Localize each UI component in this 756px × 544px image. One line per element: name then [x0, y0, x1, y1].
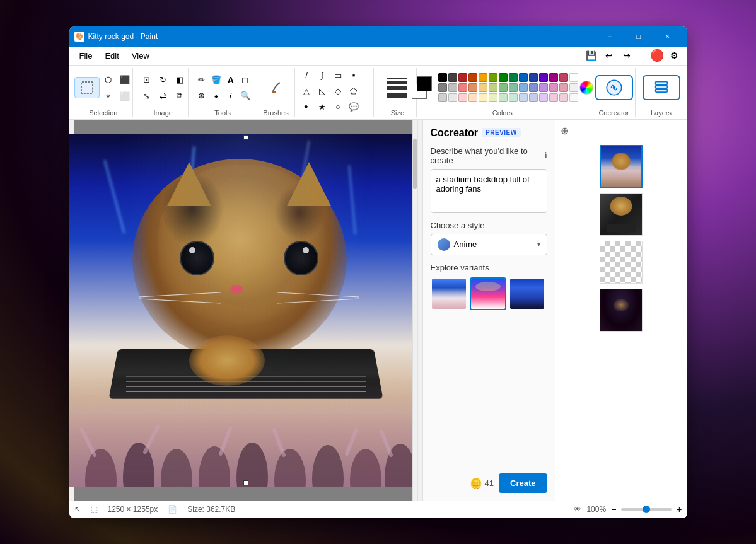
- redo-icon-button[interactable]: ↪: [619, 48, 634, 63]
- text-tool[interactable]: A: [223, 72, 238, 88]
- color-picker-button[interactable]: [579, 81, 593, 95]
- flip-button[interactable]: ⇄: [156, 88, 171, 103]
- handle-bc[interactable]: [243, 480, 248, 485]
- color-light-indigo[interactable]: [529, 83, 538, 92]
- color-yellow-green[interactable]: [489, 73, 497, 82]
- color-light-purple[interactable]: [539, 83, 548, 92]
- color-r3-5[interactable]: [479, 93, 487, 102]
- canvas-image[interactable]: [69, 134, 417, 487]
- minimize-button[interactable]: −: [595, 26, 624, 47]
- color-orange[interactable]: [479, 73, 487, 82]
- invert-button[interactable]: ⬛: [117, 72, 132, 87]
- eraser-tool[interactable]: ◻: [238, 72, 253, 88]
- layer-item-2[interactable]: [600, 193, 643, 236]
- star4-tool[interactable]: ✦: [299, 100, 314, 115]
- layers-ribbon-button[interactable]: [643, 75, 680, 100]
- pencil-tool[interactable]: ✏: [194, 72, 209, 88]
- active-colors[interactable]: [412, 76, 434, 99]
- fill-tool[interactable]: 🪣: [209, 72, 224, 88]
- line-tool[interactable]: /: [299, 68, 314, 83]
- layer-item-1[interactable]: [600, 145, 643, 188]
- color-r3-1[interactable]: [438, 93, 447, 102]
- canvas-area[interactable]: [69, 120, 417, 501]
- scroll-thumb[interactable]: [413, 139, 417, 189]
- color-light-orange[interactable]: [468, 83, 477, 92]
- color-r3-13[interactable]: [559, 93, 568, 102]
- menu-file[interactable]: File: [74, 49, 98, 63]
- color-light-magenta[interactable]: [549, 83, 558, 92]
- color-green[interactable]: [499, 73, 508, 82]
- color-r3-3[interactable]: [458, 93, 467, 102]
- add-layer-icon[interactable]: ⊕: [561, 125, 569, 137]
- ellipse-tool[interactable]: ○: [330, 100, 346, 115]
- color-blue[interactable]: [519, 73, 528, 82]
- color-r3-6[interactable]: [489, 93, 497, 102]
- color-pink-red[interactable]: [559, 73, 568, 82]
- cocreator-ribbon-button[interactable]: [595, 75, 633, 100]
- crop-button[interactable]: ⊡: [139, 72, 154, 87]
- remove-bg-button[interactable]: ⧉: [172, 88, 187, 103]
- prompt-textarea[interactable]: a stadium backdrop full of adoring fans: [431, 169, 547, 213]
- layer-item-3[interactable]: [600, 241, 643, 284]
- rect2-tool[interactable]: ▪: [346, 68, 361, 83]
- color-dark-gray[interactable]: [448, 73, 457, 82]
- color-r3-11[interactable]: [539, 93, 548, 102]
- color-r3-4[interactable]: [468, 93, 477, 102]
- color-r3-14[interactable]: [569, 93, 578, 102]
- color-light-gray[interactable]: [448, 83, 457, 92]
- zoom-in-button[interactable]: +: [677, 504, 682, 514]
- profile-button[interactable]: 🔴: [649, 48, 665, 63]
- star5-tool[interactable]: ★: [315, 100, 330, 115]
- adjust-button[interactable]: ◧: [172, 72, 187, 87]
- layer-item-4[interactable]: [600, 289, 643, 332]
- resize-button[interactable]: ⤡: [139, 88, 154, 103]
- selection-magic-button[interactable]: ✧: [101, 88, 116, 103]
- foreground-color[interactable]: [417, 76, 432, 91]
- color-light-yg[interactable]: [489, 83, 497, 92]
- color-light-blue[interactable]: [519, 83, 528, 92]
- handle-tc[interactable]: [243, 135, 248, 140]
- menu-view[interactable]: View: [127, 49, 154, 63]
- color-r3-2[interactable]: [448, 93, 457, 102]
- speech-tool[interactable]: 💬: [346, 100, 361, 115]
- color-magenta[interactable]: [549, 73, 558, 82]
- diamond-tool[interactable]: ◇: [330, 84, 346, 99]
- scroll-vertical[interactable]: [412, 120, 417, 501]
- color-light-teal[interactable]: [509, 83, 518, 92]
- close-button[interactable]: ×: [653, 26, 682, 47]
- color-r3-10[interactable]: [529, 93, 538, 102]
- rotate-button[interactable]: ↻: [156, 72, 171, 87]
- variant-3[interactable]: [509, 277, 545, 310]
- triangle-tool[interactable]: △: [299, 84, 314, 99]
- color-purple[interactable]: [539, 73, 548, 82]
- menu-edit[interactable]: Edit: [100, 49, 124, 63]
- settings-button[interactable]: ⚙: [667, 48, 682, 63]
- color-black[interactable]: [438, 73, 447, 82]
- color-r3-12[interactable]: [549, 93, 558, 102]
- eyedropper-tool[interactable]: 𝒊: [223, 88, 238, 103]
- info-icon[interactable]: ℹ: [544, 151, 547, 160]
- select-all-button[interactable]: ⬜: [117, 88, 132, 103]
- color-light-green[interactable]: [499, 83, 508, 92]
- style-dropdown[interactable]: Anime ▾: [431, 234, 547, 255]
- color-r3-8[interactable]: [509, 93, 518, 102]
- rtri-tool[interactable]: ◺: [315, 84, 330, 99]
- brushes-button[interactable]: [264, 77, 289, 98]
- color-orange-red[interactable]: [468, 73, 477, 82]
- variant-2[interactable]: [470, 277, 506, 310]
- color-near-white[interactable]: [569, 83, 578, 92]
- zoom-slider[interactable]: [621, 508, 672, 511]
- pentagon-tool[interactable]: ⬠: [346, 84, 361, 99]
- color-white[interactable]: [569, 73, 578, 82]
- variant-1[interactable]: [431, 277, 467, 310]
- color-light-red[interactable]: [458, 83, 467, 92]
- selection-free-button[interactable]: ⬡: [101, 72, 116, 87]
- magnifier-tool[interactable]: 🔍: [238, 88, 253, 103]
- maximize-button[interactable]: □: [624, 26, 653, 47]
- zoom-out-button[interactable]: −: [611, 504, 616, 514]
- create-button[interactable]: Create: [499, 473, 547, 493]
- color-teal-green[interactable]: [509, 73, 518, 82]
- airbrush-tool[interactable]: ⊛: [194, 88, 209, 103]
- color-light-yellow[interactable]: [479, 83, 487, 92]
- color-r3-7[interactable]: [499, 93, 508, 102]
